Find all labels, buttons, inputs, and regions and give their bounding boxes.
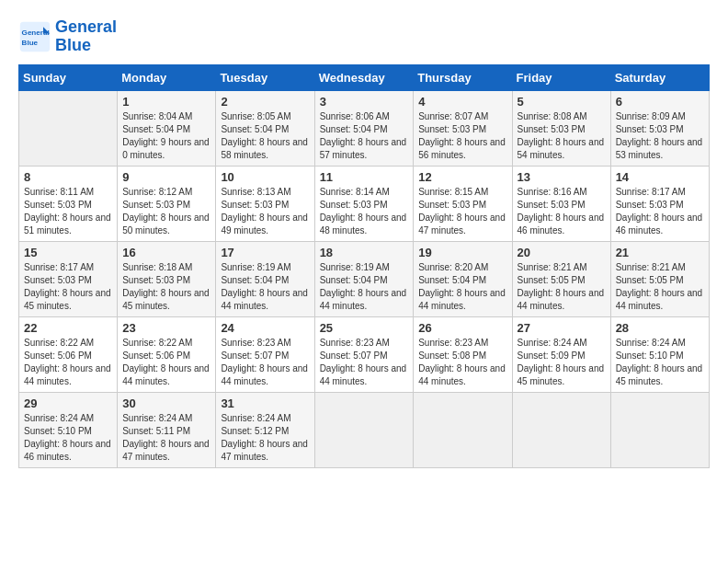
day-info: Sunrise: 8:22 AM Sunset: 5:06 PM Dayligh… [24,337,112,388]
day-info: Sunrise: 8:23 AM Sunset: 5:07 PM Dayligh… [221,337,309,388]
calendar-cell [414,392,512,467]
calendar-cell: 30 Sunrise: 8:24 AM Sunset: 5:11 PM Dayl… [118,392,216,467]
day-info: Sunrise: 8:07 AM Sunset: 5:03 PM Dayligh… [418,110,506,162]
day-info: Sunrise: 8:19 AM Sunset: 5:04 PM Dayligh… [221,261,309,313]
day-number: 30 [122,396,210,410]
calendar-cell: 5 Sunrise: 8:08 AM Sunset: 5:03 PM Dayli… [512,90,610,166]
day-number: 19 [418,246,506,259]
weekday-header: Wednesday [314,64,414,90]
day-number: 12 [418,170,506,184]
calendar-cell: 12 Sunrise: 8:15 AM Sunset: 5:03 PM Dayl… [414,166,512,241]
day-info: Sunrise: 8:14 AM Sunset: 5:03 PM Dayligh… [320,186,409,237]
logo: General Blue GeneralBlue [18,18,117,55]
calendar-cell: 8 Sunrise: 8:11 AM Sunset: 5:03 PM Dayli… [19,166,118,241]
day-number: 16 [122,246,210,259]
calendar-week-row: 22 Sunrise: 8:22 AM Sunset: 5:06 PM Dayl… [19,316,710,392]
day-info: Sunrise: 8:23 AM Sunset: 5:07 PM Dayligh… [320,337,409,388]
calendar-cell: 23 Sunrise: 8:22 AM Sunset: 5:06 PM Dayl… [118,316,216,392]
day-info: Sunrise: 8:17 AM Sunset: 5:03 PM Dayligh… [616,186,704,237]
day-info: Sunrise: 8:11 AM Sunset: 5:03 PM Dayligh… [24,186,112,237]
day-number: 22 [24,321,112,335]
day-info: Sunrise: 8:24 AM Sunset: 5:09 PM Dayligh… [518,337,606,388]
day-info: Sunrise: 8:24 AM Sunset: 5:11 PM Dayligh… [122,412,210,464]
calendar-cell: 29 Sunrise: 8:24 AM Sunset: 5:10 PM Dayl… [19,392,118,467]
day-info: Sunrise: 8:06 AM Sunset: 5:04 PM Dayligh… [320,110,409,162]
calendar-cell: 6 Sunrise: 8:09 AM Sunset: 5:03 PM Dayli… [610,90,709,166]
day-number: 14 [616,170,704,184]
logo-icon: General Blue [18,20,51,53]
day-info: Sunrise: 8:08 AM Sunset: 5:03 PM Dayligh… [518,110,606,162]
calendar-week-row: 1 Sunrise: 8:04 AM Sunset: 5:04 PM Dayli… [19,90,710,166]
day-number: 10 [221,170,309,184]
day-info: Sunrise: 8:05 AM Sunset: 5:04 PM Dayligh… [221,110,309,162]
weekday-header: Thursday [414,64,512,90]
day-number: 23 [122,321,210,335]
weekday-header: Saturday [610,64,709,90]
calendar-cell: 17 Sunrise: 8:19 AM Sunset: 5:04 PM Dayl… [216,241,314,316]
calendar-cell [610,392,709,467]
day-number: 6 [616,95,704,109]
day-info: Sunrise: 8:21 AM Sunset: 5:05 PM Dayligh… [518,261,606,313]
calendar-cell: 11 Sunrise: 8:14 AM Sunset: 5:03 PM Dayl… [314,166,414,241]
calendar-table: SundayMondayTuesdayWednesdayThursdayFrid… [18,64,710,468]
day-info: Sunrise: 8:20 AM Sunset: 5:04 PM Dayligh… [418,261,506,313]
day-number: 3 [320,95,409,109]
calendar-cell: 31 Sunrise: 8:24 AM Sunset: 5:12 PM Dayl… [216,392,314,467]
calendar-week-row: 29 Sunrise: 8:24 AM Sunset: 5:10 PM Dayl… [19,392,710,467]
calendar-cell: 13 Sunrise: 8:16 AM Sunset: 5:03 PM Dayl… [512,166,610,241]
day-info: Sunrise: 8:24 AM Sunset: 5:10 PM Dayligh… [616,337,704,388]
calendar-body: 1 Sunrise: 8:04 AM Sunset: 5:04 PM Dayli… [19,90,710,467]
day-number: 20 [518,246,606,259]
day-info: Sunrise: 8:23 AM Sunset: 5:08 PM Dayligh… [418,337,506,388]
day-info: Sunrise: 8:12 AM Sunset: 5:03 PM Dayligh… [122,186,210,237]
calendar-cell [314,392,414,467]
day-number: 11 [320,170,409,184]
weekday-row: SundayMondayTuesdayWednesdayThursdayFrid… [19,64,710,90]
day-number: 2 [221,95,309,109]
day-number: 15 [24,246,112,259]
logo-text: GeneralBlue [55,18,117,55]
calendar-cell: 16 Sunrise: 8:18 AM Sunset: 5:03 PM Dayl… [118,241,216,316]
calendar-cell: 22 Sunrise: 8:22 AM Sunset: 5:06 PM Dayl… [19,316,118,392]
weekday-header: Monday [118,64,216,90]
day-number: 9 [122,170,210,184]
day-number: 25 [320,321,409,335]
calendar-cell [19,90,118,166]
day-info: Sunrise: 8:13 AM Sunset: 5:03 PM Dayligh… [221,186,309,237]
day-number: 31 [221,396,309,410]
day-info: Sunrise: 8:19 AM Sunset: 5:04 PM Dayligh… [320,261,409,313]
calendar-cell: 4 Sunrise: 8:07 AM Sunset: 5:03 PM Dayli… [414,90,512,166]
day-info: Sunrise: 8:24 AM Sunset: 5:10 PM Dayligh… [24,412,112,464]
day-number: 5 [518,95,606,109]
calendar-cell [512,392,610,467]
page-header: General Blue GeneralBlue [18,18,710,55]
day-info: Sunrise: 8:24 AM Sunset: 5:12 PM Dayligh… [221,412,309,464]
calendar-week-row: 8 Sunrise: 8:11 AM Sunset: 5:03 PM Dayli… [19,166,710,241]
calendar-cell: 19 Sunrise: 8:20 AM Sunset: 5:04 PM Dayl… [414,241,512,316]
day-number: 4 [418,95,506,109]
calendar-cell: 21 Sunrise: 8:21 AM Sunset: 5:05 PM Dayl… [610,241,709,316]
calendar-week-row: 15 Sunrise: 8:17 AM Sunset: 5:03 PM Dayl… [19,241,710,316]
calendar-cell: 3 Sunrise: 8:06 AM Sunset: 5:04 PM Dayli… [314,90,414,166]
calendar-cell: 18 Sunrise: 8:19 AM Sunset: 5:04 PM Dayl… [314,241,414,316]
day-info: Sunrise: 8:17 AM Sunset: 5:03 PM Dayligh… [24,261,112,313]
day-info: Sunrise: 8:22 AM Sunset: 5:06 PM Dayligh… [122,337,210,388]
day-info: Sunrise: 8:04 AM Sunset: 5:04 PM Dayligh… [122,110,210,162]
day-number: 21 [616,246,704,259]
day-number: 13 [518,170,606,184]
calendar-cell: 10 Sunrise: 8:13 AM Sunset: 5:03 PM Dayl… [216,166,314,241]
day-info: Sunrise: 8:16 AM Sunset: 5:03 PM Dayligh… [518,186,606,237]
day-number: 28 [616,321,704,335]
weekday-header: Friday [512,64,610,90]
day-info: Sunrise: 8:15 AM Sunset: 5:03 PM Dayligh… [418,186,506,237]
day-number: 29 [24,396,112,410]
weekday-header: Tuesday [216,64,314,90]
day-info: Sunrise: 8:09 AM Sunset: 5:03 PM Dayligh… [616,110,704,162]
day-number: 27 [518,321,606,335]
calendar-cell: 1 Sunrise: 8:04 AM Sunset: 5:04 PM Dayli… [118,90,216,166]
calendar-cell: 14 Sunrise: 8:17 AM Sunset: 5:03 PM Dayl… [610,166,709,241]
calendar-cell: 25 Sunrise: 8:23 AM Sunset: 5:07 PM Dayl… [314,316,414,392]
day-number: 8 [24,170,112,184]
calendar-cell: 9 Sunrise: 8:12 AM Sunset: 5:03 PM Dayli… [118,166,216,241]
calendar-header: SundayMondayTuesdayWednesdayThursdayFrid… [19,64,710,90]
